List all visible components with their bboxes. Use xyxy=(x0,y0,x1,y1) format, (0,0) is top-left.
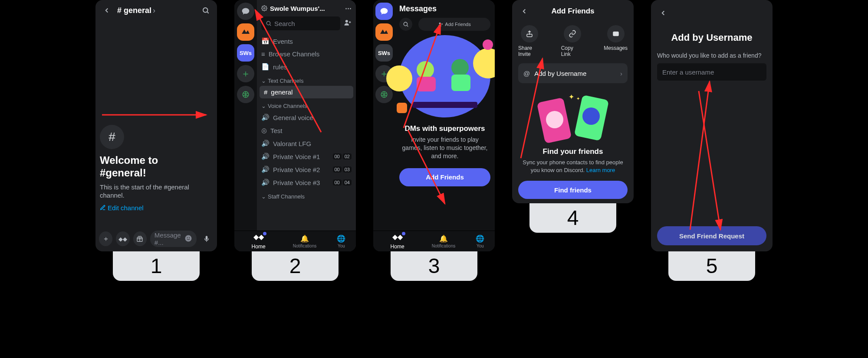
nav-notifications[interactable]: 🔔Notifications xyxy=(293,234,316,248)
svg-point-3 xyxy=(187,237,188,238)
page-title: Add Friends xyxy=(551,7,594,16)
step-number: 4 xyxy=(529,202,616,233)
search-input[interactable]: Search xyxy=(261,16,340,30)
channel-item[interactable]: 🔊Valorant LFG xyxy=(257,137,356,150)
nav-notifications[interactable]: 🔔Notifications xyxy=(432,234,455,248)
svg-point-0 xyxy=(203,8,208,13)
apps-icon[interactable]: ◆◆ xyxy=(116,231,129,246)
username-input[interactable]: Enter a username xyxy=(657,63,766,81)
svg-point-10 xyxy=(345,20,348,23)
search-icon[interactable] xyxy=(200,4,212,16)
svg-point-14 xyxy=(439,23,441,24)
edit-channel-link[interactable]: Edit channel xyxy=(95,204,217,212)
share-invite-button[interactable]: Share Invite xyxy=(518,25,541,57)
server-name[interactable]: Swole Wumpus'... xyxy=(270,5,342,12)
panel-1: # general › # Welcome to #general! This … xyxy=(95,0,217,251)
step-number: 5 xyxy=(668,251,755,281)
channel-item[interactable]: #general xyxy=(260,86,353,98)
channel-item[interactable]: ◎Test xyxy=(257,124,356,137)
mic-icon[interactable] xyxy=(200,231,214,246)
search-icon[interactable] xyxy=(399,18,412,31)
composer: ＋ ◆◆ Message #... xyxy=(99,231,214,247)
copy-link-button[interactable]: Copy Link xyxy=(561,25,584,57)
svg-point-13 xyxy=(404,22,407,26)
learn-more-link[interactable]: Learn more xyxy=(586,167,615,173)
annotation-arrow xyxy=(694,87,746,238)
channel-item[interactable]: 🔊Private Voice #10002 xyxy=(257,150,356,163)
server-icon[interactable] xyxy=(237,23,254,41)
welcome-heading: Welcome to #general! xyxy=(95,154,217,183)
guild-bar: SWs ＋ xyxy=(373,0,395,251)
svg-point-9 xyxy=(266,21,270,25)
svg-point-8 xyxy=(263,7,265,9)
dm-title: DMs with superpowers xyxy=(404,124,485,133)
find-friends-subtext: Sync your phone contacts to find people … xyxy=(518,159,628,174)
illustration: ✦ ✦ xyxy=(538,92,608,144)
channel-title[interactable]: # general › xyxy=(117,6,195,15)
illustration xyxy=(399,35,490,117)
bottom-nav: ◆◆Home 🔔Notifications 🌐You xyxy=(234,231,356,251)
back-icon[interactable] xyxy=(101,4,113,16)
emoji-icon[interactable] xyxy=(184,234,192,244)
dm-subtext: Invite your friends to play games, liste… xyxy=(399,136,490,160)
panel-4: Add Friends Share Invite Copy Link Messa… xyxy=(512,0,634,203)
annotation-arrow xyxy=(686,78,738,234)
step-number: 1 xyxy=(113,251,200,281)
channel-list: Swole Wumpus'... ⋯ Search 📅Events ≡Brows… xyxy=(257,0,356,251)
server-icon[interactable]: SWs xyxy=(237,44,254,62)
back-icon[interactable] xyxy=(657,7,669,19)
messages-title: Messages xyxy=(399,4,437,13)
more-icon[interactable]: ⋯ xyxy=(345,4,352,12)
message-icon xyxy=(607,25,625,42)
find-friends-button[interactable]: Find friends xyxy=(518,181,628,199)
send-friend-request-button[interactable]: Send Friend Request xyxy=(657,226,766,245)
link-icon xyxy=(564,25,581,42)
channel-item[interactable]: 🔊Private Voice #20003 xyxy=(257,163,356,176)
add-friends-button[interactable]: Add Friends xyxy=(399,168,490,186)
messages-button[interactable]: Messages xyxy=(604,25,628,57)
rules-item[interactable]: 📄rules xyxy=(257,60,356,73)
panel-3: SWs ＋ Messages Add Friends xyxy=(373,0,495,251)
add-server-icon[interactable]: ＋ xyxy=(237,65,254,82)
gift-icon[interactable] xyxy=(133,231,147,246)
dm-button[interactable] xyxy=(375,3,393,20)
discover-icon[interactable] xyxy=(237,86,254,103)
svg-rect-5 xyxy=(206,236,208,240)
browse-channels-item[interactable]: ≡Browse Channels xyxy=(257,48,356,60)
svg-rect-18 xyxy=(613,32,619,36)
add-user-icon[interactable] xyxy=(344,19,352,28)
back-icon[interactable] xyxy=(518,5,530,17)
svg-line-20 xyxy=(690,81,710,230)
bottom-nav: ◆◆Home 🔔Notifications 🌐You xyxy=(373,231,495,251)
panel-5: Add by Username Who would you like to ad… xyxy=(651,0,773,251)
server-icon[interactable]: SWs xyxy=(375,44,393,62)
server-icon[interactable] xyxy=(375,23,393,41)
channel-item[interactable]: 🔊General voice xyxy=(257,111,356,124)
nav-home[interactable]: ◆◆Home xyxy=(245,233,273,250)
section-header[interactable]: ⌄Voice Channels xyxy=(257,98,356,111)
add-attachment-icon[interactable]: ＋ xyxy=(99,231,112,246)
nav-home[interactable]: ◆◆Home xyxy=(384,233,411,250)
svg-line-21 xyxy=(699,91,720,230)
hash-icon: # xyxy=(100,125,124,149)
nav-you[interactable]: 🌐You xyxy=(476,234,484,248)
gear-icon[interactable] xyxy=(261,5,267,11)
svg-point-4 xyxy=(189,237,190,238)
welcome-subtext: This is the start of the #general channe… xyxy=(95,183,217,204)
section-header[interactable]: ⌄Staff Channels xyxy=(257,189,356,202)
panel-2: SWs ＋ Swole Wumpus'... ⋯ Search xyxy=(234,0,356,251)
add-by-username-row[interactable]: @ Add by Username › xyxy=(518,63,628,83)
events-item[interactable]: 📅Events xyxy=(257,35,356,48)
prompt-text: Who would you like to add as a friend? xyxy=(657,52,766,59)
guild-bar: SWs ＋ xyxy=(234,0,257,251)
svg-point-2 xyxy=(185,235,191,241)
discover-icon[interactable] xyxy=(375,86,393,103)
step-number: 3 xyxy=(391,251,477,281)
find-friends-title: Find your friends xyxy=(518,147,628,156)
nav-you[interactable]: 🌐You xyxy=(337,234,345,248)
section-header[interactable]: ⌄Text Channels xyxy=(257,73,356,86)
add-friends-pill[interactable]: Add Friends xyxy=(418,18,490,31)
channel-item[interactable]: 🔊Private Voice #30004 xyxy=(257,176,356,189)
message-input[interactable]: Message #... xyxy=(150,231,197,247)
dm-button[interactable] xyxy=(237,3,254,20)
